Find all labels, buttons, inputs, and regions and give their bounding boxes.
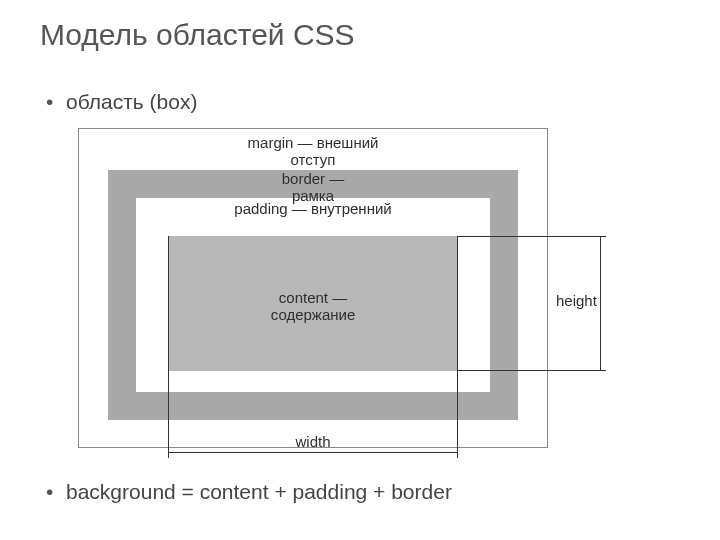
box-model-diagram: margin — внешний отступ border — рамка p…: [78, 128, 548, 448]
page-title: Модель областей CSS: [40, 18, 355, 52]
margin-label: margin — внешний отступ: [248, 134, 379, 169]
padding-label: padding — внутренний: [234, 200, 391, 217]
bullet-box: область (box): [66, 90, 197, 114]
bullet-background: background = content + padding + border: [66, 480, 452, 504]
height-label: height: [556, 292, 597, 309]
content-label: content — содержание: [271, 289, 356, 324]
